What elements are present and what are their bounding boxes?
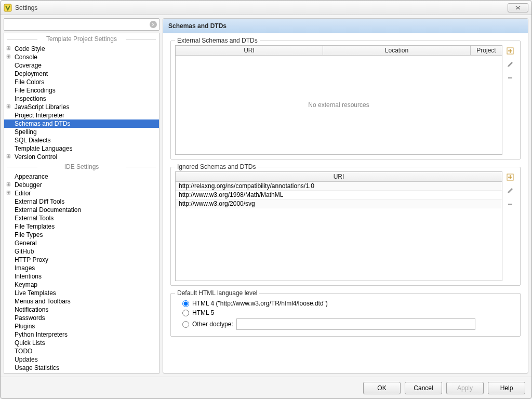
- ignored-schemas-group: Ignored Schemas and DTDs URI http://rela…: [170, 167, 521, 286]
- settings-window: Settings × Template Project SettingsCode…: [0, 0, 532, 399]
- settings-tree[interactable]: Template Project SettingsCode StyleConso…: [4, 33, 159, 374]
- ignored-row[interactable]: http://www.w3.org/2000/svg: [176, 200, 502, 208]
- ignored-col-uri[interactable]: URI: [176, 172, 502, 181]
- ignored-table[interactable]: URI http://relaxng.org/ns/compatibility/…: [175, 171, 502, 281]
- tree-item-todo[interactable]: TODO: [4, 347, 159, 355]
- tree-item-python-interpreters[interactable]: Python Interpreters: [4, 330, 159, 339]
- external-table[interactable]: URI Location Project No external resourc…: [175, 45, 502, 155]
- tree-item-coverage[interactable]: Coverage: [4, 61, 159, 70]
- col-uri[interactable]: URI: [176, 46, 323, 55]
- tree-item-passwords[interactable]: Passwords: [4, 314, 159, 322]
- help-button[interactable]: Help: [488, 382, 525, 394]
- tree-item-schemas-and-dtds[interactable]: Schemas and DTDs: [4, 119, 159, 128]
- external-legend: External Schemas and DTDs: [175, 37, 260, 44]
- tree-item-file-encodings[interactable]: File Encodings: [4, 86, 159, 95]
- ignored-row[interactable]: http://www.w3.org/1998/Math/MathML: [176, 191, 502, 200]
- html4-option[interactable]: HTML 4 ("http://www.w3.org/TR/html4/loos…: [182, 300, 516, 307]
- tree-item-external-documentation[interactable]: External Documentation: [4, 206, 159, 214]
- dialog-footer: OK Cancel Apply Help: [1, 377, 531, 398]
- html-level-group: Default HTML language level HTML 4 ("htt…: [170, 293, 521, 337]
- tree-item-external-diff-tools[interactable]: External Diff Tools: [4, 197, 159, 206]
- app-icon: [4, 4, 12, 12]
- tree-item-file-templates[interactable]: File Templates: [4, 222, 159, 231]
- section-header: Template Project Settings: [4, 33, 159, 45]
- tree-item-editor[interactable]: Editor: [4, 189, 159, 197]
- external-schemas-group: External Schemas and DTDs URI Location P…: [170, 41, 521, 159]
- ignored-legend: Ignored Schemas and DTDs: [175, 163, 258, 170]
- window-title: Settings: [15, 4, 37, 11]
- tree-item-code-style[interactable]: Code Style: [4, 45, 159, 53]
- tree-item-menus-and-toolbars[interactable]: Menus and Toolbars: [4, 297, 159, 305]
- html5-option[interactable]: HTML 5: [182, 309, 516, 316]
- html4-radio[interactable]: [182, 300, 189, 307]
- tree-item-project-interpreter[interactable]: Project Interpreter: [4, 111, 159, 119]
- tree-item-images[interactable]: Images: [4, 264, 159, 272]
- tree-item-template-languages[interactable]: Template Languages: [4, 144, 159, 153]
- col-project[interactable]: Project: [471, 46, 502, 55]
- svg-rect-4: [508, 204, 512, 205]
- svg-rect-2: [508, 77, 512, 78]
- search-box[interactable]: ×: [4, 18, 159, 31]
- tree-item-http-proxy[interactable]: HTTP Proxy: [4, 256, 159, 264]
- tree-item-sql-dialects[interactable]: SQL Dialects: [4, 136, 159, 144]
- html-legend: Default HTML language level: [175, 289, 259, 297]
- tree-item-external-tools[interactable]: External Tools: [4, 214, 159, 222]
- html5-radio[interactable]: [182, 310, 189, 316]
- edit-ignored-icon[interactable]: [506, 186, 515, 195]
- titlebar: Settings: [1, 1, 531, 15]
- tree-item-appearance[interactable]: Appearance: [4, 172, 159, 181]
- edit-external-icon[interactable]: [506, 60, 515, 69]
- apply-button[interactable]: Apply: [446, 382, 484, 394]
- tree-item-general[interactable]: General: [4, 239, 159, 247]
- tree-item-file-types[interactable]: File Types: [4, 231, 159, 239]
- other-doctype-input[interactable]: [236, 318, 475, 330]
- tree-item-notifications[interactable]: Notifications: [4, 305, 159, 314]
- tree-item-github[interactable]: GitHub: [4, 247, 159, 256]
- tree-item-intentions[interactable]: Intentions: [4, 272, 159, 281]
- add-ignored-icon[interactable]: [506, 172, 515, 182]
- add-external-icon[interactable]: [506, 46, 515, 56]
- clear-search-icon[interactable]: ×: [150, 21, 157, 28]
- detail-panel: Schemas and DTDs External Schemas and DT…: [163, 18, 528, 374]
- tree-item-plugins[interactable]: Plugins: [4, 322, 159, 330]
- tree-item-updates[interactable]: Updates: [4, 355, 159, 364]
- remove-ignored-icon[interactable]: [506, 200, 515, 209]
- tree-item-keymap[interactable]: Keymap: [4, 281, 159, 289]
- other-label: Other doctype:: [192, 321, 233, 328]
- external-empty: No external resources: [176, 56, 502, 154]
- search-input[interactable]: [6, 21, 150, 28]
- sidebar: × Template Project SettingsCode StyleCon…: [4, 18, 159, 374]
- other-radio[interactable]: [182, 321, 189, 328]
- tree-item-usage-statistics[interactable]: Usage Statistics: [4, 364, 159, 372]
- cancel-button[interactable]: Cancel: [405, 382, 442, 394]
- remove-external-icon[interactable]: [506, 73, 515, 83]
- tree-item-console[interactable]: Console: [4, 53, 159, 61]
- section-header: IDE Settings: [4, 161, 159, 172]
- html5-label: HTML 5: [192, 309, 214, 316]
- close-button[interactable]: [508, 3, 528, 12]
- panel-title: Schemas and DTDs: [163, 19, 528, 33]
- tree-item-inspections[interactable]: Inspections: [4, 95, 159, 103]
- col-location[interactable]: Location: [323, 46, 471, 55]
- tree-item-version-control[interactable]: Version Control: [4, 153, 159, 161]
- ignored-row[interactable]: http://relaxng.org/ns/compatibility/anno…: [176, 182, 502, 191]
- tree-item-javascript-libraries[interactable]: JavaScript Libraries: [4, 103, 159, 111]
- tree-item-file-colors[interactable]: File Colors: [4, 78, 159, 86]
- tree-item-spelling[interactable]: Spelling: [4, 128, 159, 136]
- ok-button[interactable]: OK: [363, 382, 401, 394]
- tree-item-quick-lists[interactable]: Quick Lists: [4, 339, 159, 347]
- other-doctype-option[interactable]: Other doctype:: [182, 318, 516, 330]
- tree-item-live-templates[interactable]: Live Templates: [4, 289, 159, 297]
- tree-item-debugger[interactable]: Debugger: [4, 181, 159, 189]
- html4-label: HTML 4 ("http://www.w3.org/TR/html4/loos…: [192, 300, 328, 307]
- tree-item-deployment[interactable]: Deployment: [4, 70, 159, 78]
